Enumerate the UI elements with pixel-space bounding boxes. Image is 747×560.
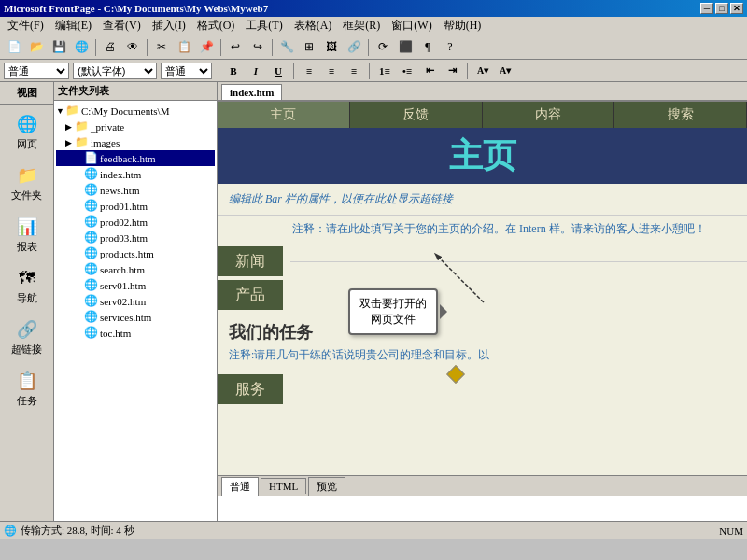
services-file-icon: 🌐 [84,310,98,324]
font-select[interactable]: (默认字体) [73,63,157,79]
tree-services[interactable]: 🌐 services.htm [56,309,215,325]
menu-help[interactable]: 帮助(H) [438,16,487,35]
menu-format[interactable]: 格式(O) [191,16,241,35]
tree-private[interactable]: ▶ 📁 _private [56,119,215,134]
insert-image-button[interactable]: 🖼 [321,38,342,57]
copy-button[interactable]: 📋 [174,38,194,57]
cut-button[interactable]: ✂ [151,38,172,57]
mission-section: 我们的任务 注释:请用几句干练的话说明贵公司的理念和目标。以 [218,314,747,371]
show-all-button[interactable]: ¶ [417,38,438,57]
maximize-button[interactable]: □ [715,3,728,14]
increase-indent-button[interactable]: ⇥ [443,63,461,79]
format-bar: 普通 (默认字体) 普通 B I U ≡ ≡ ≡ 1≡ •≡ ⇤ ⇥ A▾ A▾ [0,60,747,82]
transfer-info: 传输方式: 28.8, 时间: 4 秒 [21,524,134,538]
prod02-file-icon: 🌐 [84,215,98,229]
minimize-button[interactable]: ─ [700,3,713,14]
menu-edit[interactable]: 编辑(E) [49,16,97,35]
nav-feedback[interactable]: 反馈 [350,102,483,128]
help-button[interactable]: ? [440,38,460,57]
tab-preview[interactable]: 预览 [308,477,345,496]
highlight-button[interactable]: A▾ [473,63,492,79]
tree-serv01[interactable]: 🌐 serv01.htm [56,277,215,293]
menu-tools[interactable]: 工具(T) [240,16,288,35]
bullets-button[interactable]: •≡ [398,63,416,79]
hyperlink-button[interactable]: 🔗 [344,38,364,57]
webpage-preview: 主页 反馈 内容 搜索 主页 编辑此 Bar 栏的属性，以便在此处显示超链接 注… [218,102,747,475]
view-hyperlinks-label: 超链接 [11,343,42,357]
menu-view[interactable]: 查看(V) [97,16,147,35]
news-file-icon: 🌐 [84,183,98,197]
views-title: 视图 [0,86,53,105]
italic-button[interactable]: I [247,63,265,79]
tab-html[interactable]: HTML [261,478,306,494]
close-button[interactable]: ✕ [730,3,743,14]
print-button[interactable]: 🖨 [100,38,120,57]
root-label: C:\My Documents\M [81,105,169,117]
align-left-button[interactable]: ≡ [300,63,318,79]
view-hyperlinks[interactable]: 🔗 超链接 [4,312,50,361]
tree-prod01[interactable]: 🌐 prod01.htm [56,198,215,214]
view-tasks[interactable]: 📋 任务 [4,363,50,413]
insert-table-button[interactable]: ⊞ [299,38,319,57]
nav-content[interactable]: 内容 [483,102,615,128]
prod03-label: prod03.htm [100,232,148,244]
align-right-button[interactable]: ≡ [345,63,363,79]
tree-toc[interactable]: 🌐 toc.htm [56,325,215,341]
publish-button[interactable]: 🌐 [71,38,92,57]
refresh-button[interactable]: ⟳ [373,38,393,57]
hyperlinks-icon: 🔗 [12,316,42,343]
decrease-indent-button[interactable]: ⇤ [420,63,439,79]
tree-search[interactable]: 🌐 search.htm [56,261,215,277]
editor-content[interactable]: 主页 反馈 内容 搜索 主页 编辑此 Bar 栏的属性，以便在此处显示超链接 注… [218,102,747,521]
index-file-icon: 🌐 [84,167,98,181]
tree-feedback[interactable]: 📄 feedback.htm [56,150,215,166]
nav-home[interactable]: 主页 [218,102,350,128]
stop-button[interactable]: ⬛ [395,38,416,57]
preview-button[interactable]: 👁 [122,38,143,57]
editor-tab-filename[interactable]: index.htm [221,84,282,100]
font-color-button[interactable]: A▾ [496,63,514,79]
view-navigation[interactable]: 🗺 导航 [4,260,50,310]
main-area: 视图 🌐 网页 📁 文件夹 📊 报表 🗺 导航 🔗 超链接 📋 任务 文件夹列表 [0,82,747,521]
menu-table[interactable]: 表格(A) [289,16,338,35]
tree-prod03[interactable]: 🌐 prod03.htm [56,230,215,245]
menu-insert[interactable]: 插入(I) [147,16,191,35]
redo-button[interactable]: ↪ [247,38,268,57]
num-lock: NUM [719,525,743,537]
bar-property-text: 编辑此 Bar 栏的属性，以便在此处显示超链接 [229,192,453,205]
tree-products[interactable]: 🌐 products.htm [56,245,215,261]
view-webpage[interactable]: 🌐 网页 [4,106,50,156]
menu-window[interactable]: 窗口(W) [386,16,437,35]
nav-bar-text: 编辑此 Bar 栏的属性，以便在此处显示超链接 [218,184,747,216]
prod01-label: prod01.htm [100,201,148,212]
new-button[interactable]: 📄 [4,38,24,57]
tree-images[interactable]: ▶ 📁 images [56,134,215,150]
align-center-button[interactable]: ≡ [322,63,341,79]
tree-index[interactable]: 🌐 index.htm [56,166,215,182]
underline-button[interactable]: U [269,63,288,79]
undo-button[interactable]: ↩ [225,38,246,57]
services-section: 服务 [218,374,747,404]
menu-file[interactable]: 文件(F) [2,16,49,35]
menu-frame[interactable]: 框架(R) [337,16,386,35]
nav-search[interactable]: 搜索 [614,102,747,128]
tree-serv02[interactable]: 🌐 serv02.htm [56,293,215,309]
numbering-button[interactable]: 1≡ [375,63,394,79]
view-report[interactable]: 📊 报表 [4,209,50,259]
paste-button[interactable]: 📌 [196,38,217,57]
component-button[interactable]: 🔧 [276,38,297,57]
window-controls: ─ □ ✕ [700,3,743,14]
view-folder[interactable]: 📁 文件夹 [4,158,50,207]
style-select[interactable]: 普通 [4,63,69,79]
save-button[interactable]: 💾 [49,38,69,57]
open-button[interactable]: 📂 [26,38,47,57]
status-bar: 🌐 传输方式: 28.8, 时间: 4 秒 NUM [0,521,747,539]
tree-root[interactable]: ▼ 📁 C:\My Documents\M [56,103,215,119]
tree-prod02[interactable]: 🌐 prod02.htm [56,214,215,230]
tree-news[interactable]: 🌐 news.htm [56,182,215,198]
hero-title: 主页 [449,133,516,179]
size-select[interactable]: 普通 [161,63,212,79]
tab-normal[interactable]: 普通 [221,477,259,496]
bold-button[interactable]: B [224,63,243,79]
callout-line1: 双击要打开的 [359,296,427,312]
